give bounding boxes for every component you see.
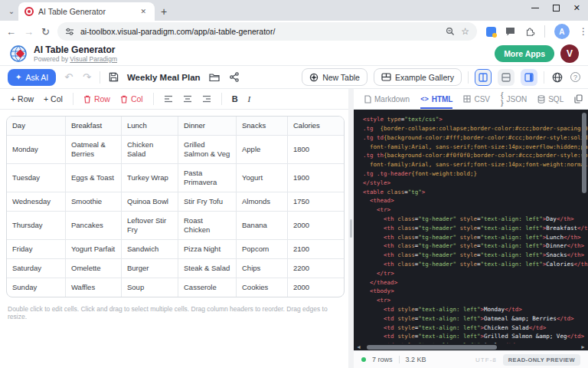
table-cell[interactable]: Turkey Wrap	[122, 164, 178, 192]
help-icon[interactable]: ?	[570, 72, 580, 82]
table-cell[interactable]: Stir Fry Tofu	[178, 192, 237, 212]
browser-tab[interactable]: AI Table Generator ✕	[18, 2, 155, 21]
bookmark-star-icon[interactable]: ☆	[461, 26, 469, 37]
save-icon[interactable]	[107, 72, 120, 82]
tab-markdown[interactable]: Markdown	[364, 89, 410, 109]
site-settings-tune-icon[interactable]	[65, 27, 74, 36]
undo-icon[interactable]: ↶	[63, 71, 74, 83]
horizontal-scrollbar[interactable]: ◄ ►	[354, 343, 588, 350]
table-cell[interactable]: Saturday	[7, 259, 66, 278]
table-cell[interactable]: Waffles	[66, 278, 122, 297]
tab-csv[interactable]: CSV	[463, 89, 490, 109]
scroll-right-arrow-icon[interactable]: ►	[580, 343, 586, 350]
align-center-icon[interactable]	[183, 95, 192, 103]
column-header[interactable]: Snacks	[237, 117, 288, 136]
column-header[interactable]: Lunch	[122, 117, 178, 136]
table-cell[interactable]: Pancakes	[66, 212, 122, 240]
table-cell[interactable]: 1750	[288, 192, 344, 212]
split-vertical-toggle[interactable]	[475, 69, 492, 86]
table-cell[interactable]: Burger	[122, 259, 178, 278]
table-cell[interactable]: Pizza Night	[178, 240, 237, 259]
language-globe-icon[interactable]	[550, 72, 564, 83]
table-cell[interactable]: Roast Chicken	[178, 212, 237, 240]
delete-row-button[interactable]: Row	[83, 94, 110, 104]
table-cell[interactable]: Eggs & Toast	[66, 164, 122, 192]
table-cell[interactable]: Sunday	[7, 278, 66, 297]
back-icon[interactable]: ←	[6, 26, 16, 38]
table-cell[interactable]: Leftover Stir Fry	[122, 212, 178, 240]
more-apps-button[interactable]: More Apps	[495, 45, 554, 62]
reload-icon[interactable]: ↻	[41, 26, 50, 38]
table-cell[interactable]: Steak & Salad	[178, 259, 237, 278]
table-cell[interactable]: 2200	[288, 259, 344, 278]
table-cell[interactable]: Sandwich	[122, 240, 178, 259]
table-cell[interactable]: Almonds	[237, 192, 288, 212]
url-text[interactable]: ai-toolbox.visual-paradigm.com/app/ai-ta…	[80, 27, 439, 36]
browser-menu-kebab-icon[interactable]: ⋮	[579, 26, 588, 37]
forward-icon[interactable]: →	[24, 26, 34, 38]
table-cell[interactable]: Quinoa Bowl	[122, 192, 178, 212]
align-right-icon[interactable]	[202, 95, 211, 103]
document-title[interactable]: Weekly Meal Plan	[127, 73, 201, 82]
extensions-puzzle-icon[interactable]	[524, 26, 535, 37]
visual-paradigm-link[interactable]: Visual Paradigm	[70, 55, 117, 63]
table-cell[interactable]: Friday	[7, 240, 66, 259]
table-cell[interactable]: Chicken Salad	[122, 136, 178, 164]
table-cell[interactable]: Omelette	[66, 259, 122, 278]
table-cell[interactable]: Casserole	[178, 278, 237, 297]
tab-close-icon[interactable]: ✕	[138, 6, 149, 17]
chat-extension-icon[interactable]	[505, 27, 515, 36]
table-cell[interactable]: Popcorn	[237, 240, 288, 259]
horizontal-scrollbar-thumb[interactable]	[367, 345, 497, 350]
scroll-left-arrow-icon[interactable]: ◄	[356, 343, 361, 350]
add-col-button[interactable]: + Col	[44, 94, 63, 104]
code-preview-area[interactable]: <style type="text/css">.tg {border-colla…	[354, 110, 588, 350]
tab-json[interactable]: { } JSON	[501, 89, 527, 109]
table-cell[interactable]: Banana	[237, 212, 288, 240]
column-header[interactable]: Dinner	[178, 117, 237, 136]
table-cell[interactable]: Yogurt	[237, 164, 288, 192]
add-row-button[interactable]: + Row	[11, 94, 34, 104]
table-cell[interactable]: Wednesday	[7, 192, 66, 212]
column-header[interactable]: Day	[7, 117, 66, 136]
bold-button[interactable]: B	[232, 94, 238, 104]
table-cell[interactable]: Tuesday	[7, 164, 66, 192]
panel-right-toggle[interactable]	[521, 69, 537, 86]
table-cell[interactable]: Smoothie	[66, 192, 122, 212]
table-cell[interactable]: 2000	[288, 212, 344, 240]
table-cell[interactable]: Oatmeal & Berries	[66, 136, 122, 164]
table-cell[interactable]: Apple	[237, 136, 288, 164]
column-header[interactable]: Calories	[288, 117, 344, 136]
close-button[interactable]: ✕	[573, 3, 580, 13]
table-cell[interactable]: Thursday	[7, 212, 66, 240]
split-horizontal-toggle[interactable]	[498, 69, 514, 86]
vertical-scrollbar[interactable]	[582, 113, 586, 338]
example-gallery-button[interactable]: Example Gallery	[374, 68, 462, 86]
tab-sql[interactable]: SQL	[537, 89, 564, 109]
zoom-level-icon[interactable]	[446, 27, 455, 36]
browser-profile-avatar[interactable]: A	[554, 24, 570, 39]
copy-icon[interactable]	[574, 94, 583, 104]
tab-search-chevron-icon[interactable]: ⌄	[5, 2, 18, 19]
open-folder-icon[interactable]	[207, 73, 221, 82]
extension-blue-icon[interactable]	[486, 27, 496, 37]
new-tab-button[interactable]: +	[161, 5, 167, 18]
italic-button[interactable]: I	[248, 94, 251, 104]
align-left-icon[interactable]	[164, 95, 173, 103]
table-cell[interactable]: 1800	[288, 136, 344, 164]
table-cell[interactable]: Monday	[7, 136, 66, 164]
new-table-button[interactable]: New Table	[302, 68, 368, 86]
table-cell[interactable]: 2100	[288, 240, 344, 259]
table-cell[interactable]: 2000	[288, 278, 344, 297]
tab-html[interactable]: <> HTML	[420, 89, 452, 109]
table-cell[interactable]: Yogurt Parfait	[66, 240, 122, 259]
ask-ai-button[interactable]: ✦ Ask AI	[8, 69, 56, 86]
delete-col-button[interactable]: Col	[120, 94, 143, 104]
table-cell[interactable]: Grilled Salmon & Veg	[178, 136, 237, 164]
user-avatar[interactable]: V	[560, 44, 579, 63]
table-cell[interactable]: Cookies	[237, 278, 288, 297]
table-cell[interactable]: 1900	[288, 164, 344, 192]
vertical-scrollbar-thumb[interactable]	[582, 113, 586, 193]
url-omnibox[interactable]: ai-toolbox.visual-paradigm.com/app/ai-ta…	[57, 22, 477, 41]
minimize-button[interactable]	[531, 8, 539, 8]
